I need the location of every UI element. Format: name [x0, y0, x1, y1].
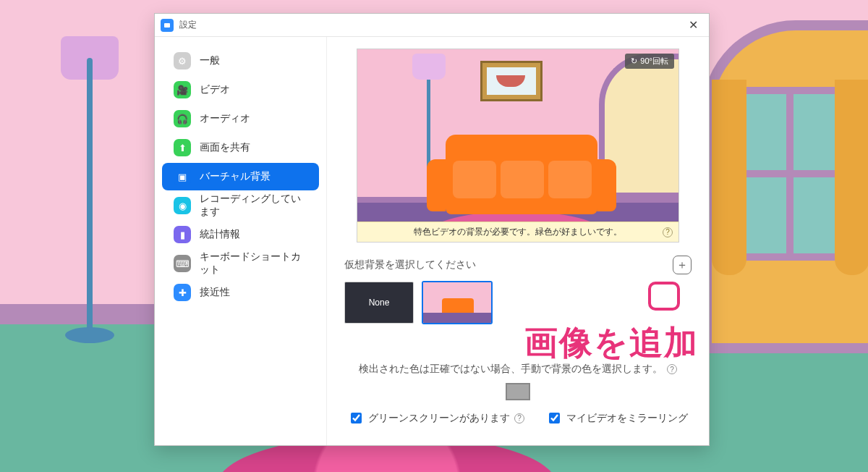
- sidebar-item-label: キーボードショートカット: [200, 250, 307, 277]
- video-preview: ↻ 90°回転 特色ビデオの背景が必要です。緑色が好ましいです。 ?: [357, 49, 679, 243]
- select-background-label: 仮想背景を選択してください: [344, 258, 476, 271]
- video-icon: 🎥: [174, 81, 191, 98]
- sidebar-item-label: レコーディングしています: [200, 193, 307, 219]
- share-screen-icon: ⬆: [174, 139, 191, 156]
- sidebar-item-audio[interactable]: 🎧 オーディオ: [162, 105, 319, 132]
- app-icon: [161, 19, 174, 32]
- sidebar-item-virtual-background[interactable]: ▣ バーチャル背景: [162, 163, 319, 190]
- sidebar-item-label: バーチャル背景: [200, 170, 271, 183]
- close-icon[interactable]: ✕: [683, 15, 703, 35]
- keyboard-icon: ⌨: [174, 255, 191, 272]
- background-color-swatch[interactable]: [506, 383, 530, 400]
- mirror-checkbox-row[interactable]: マイビデオをミラーリング: [546, 410, 688, 426]
- sidebar-item-recording[interactable]: ◉ レコーディングしています: [162, 192, 319, 219]
- help-icon[interactable]: ?: [667, 364, 677, 374]
- preview-info-bar: 特色ビデオの背景が必要です。緑色が好ましいです。 ?: [357, 222, 678, 242]
- sidebar-item-label: 画面を共有: [200, 141, 250, 154]
- greenscreen-checkbox[interactable]: [351, 413, 362, 423]
- add-image-button[interactable]: ＋: [673, 256, 692, 274]
- detect-color-text: 検出された色は正確ではない場合、手動で背景の色を選択します。: [359, 363, 663, 376]
- rotate-label: 90°回転: [640, 56, 668, 67]
- greenscreen-checkbox-row[interactable]: グリーンスクリーンがあります ?: [348, 410, 524, 426]
- preview-image: [357, 49, 678, 242]
- sidebar-item-label: 一般: [200, 54, 220, 67]
- sidebar-item-statistics[interactable]: ▮ 統計情報: [162, 221, 319, 248]
- preview-info-text: 特色ビデオの背景が必要です。緑色が好ましいです。: [414, 226, 622, 238]
- recording-icon: ◉: [174, 197, 191, 214]
- help-icon[interactable]: ?: [663, 227, 673, 237]
- rotate-button[interactable]: ↻ 90°回転: [625, 54, 674, 69]
- annotation-text: 画像を追加: [524, 321, 699, 366]
- settings-content: ↻ 90°回転 特色ビデオの背景が必要です。緑色が好ましいです。 ? 仮想背景を…: [327, 37, 709, 445]
- mirror-label: マイビデオをミラーリング: [566, 412, 688, 425]
- plus-icon: ＋: [676, 258, 688, 273]
- background-thumbnails: None: [344, 282, 692, 324]
- thumb-none[interactable]: None: [344, 282, 414, 324]
- mirror-checkbox[interactable]: [549, 413, 560, 423]
- thumb-simpsons-room[interactable]: [422, 282, 492, 324]
- sidebar-item-label: ビデオ: [200, 83, 230, 96]
- sidebar-item-label: 統計情報: [200, 228, 240, 241]
- sidebar-item-general[interactable]: ⚙ 一般: [162, 47, 319, 75]
- audio-icon: 🎧: [174, 110, 191, 127]
- virtual-background-icon: ▣: [174, 168, 191, 185]
- accessibility-icon: ✚: [174, 284, 191, 301]
- help-icon[interactable]: ?: [514, 413, 524, 423]
- sidebar-item-share-screen[interactable]: ⬆ 画面を共有: [162, 134, 319, 161]
- statistics-icon: ▮: [174, 226, 191, 243]
- titlebar: 設定 ✕: [155, 14, 709, 37]
- settings-dialog: 設定 ✕ ⚙ 一般 🎥 ビデオ 🎧 オーディオ ⬆ 画面を共有 ▣ バーチャ: [154, 13, 710, 446]
- settings-sidebar: ⚙ 一般 🎥 ビデオ 🎧 オーディオ ⬆ 画面を共有 ▣ バーチャル背景 ◉ レ: [155, 37, 327, 445]
- sidebar-item-keyboard-shortcuts[interactable]: ⌨ キーボードショートカット: [162, 250, 319, 277]
- greenscreen-label: グリーンスクリーンがあります: [368, 412, 510, 425]
- sidebar-item-label: 接近性: [200, 286, 230, 299]
- sidebar-item-video[interactable]: 🎥 ビデオ: [162, 76, 319, 104]
- general-icon: ⚙: [174, 52, 191, 69]
- sidebar-item-label: オーディオ: [200, 112, 250, 125]
- rotate-icon: ↻: [631, 56, 637, 66]
- sidebar-item-accessibility[interactable]: ✚ 接近性: [162, 279, 319, 306]
- window-title: 設定: [179, 19, 197, 31]
- thumb-none-label: None: [369, 298, 390, 308]
